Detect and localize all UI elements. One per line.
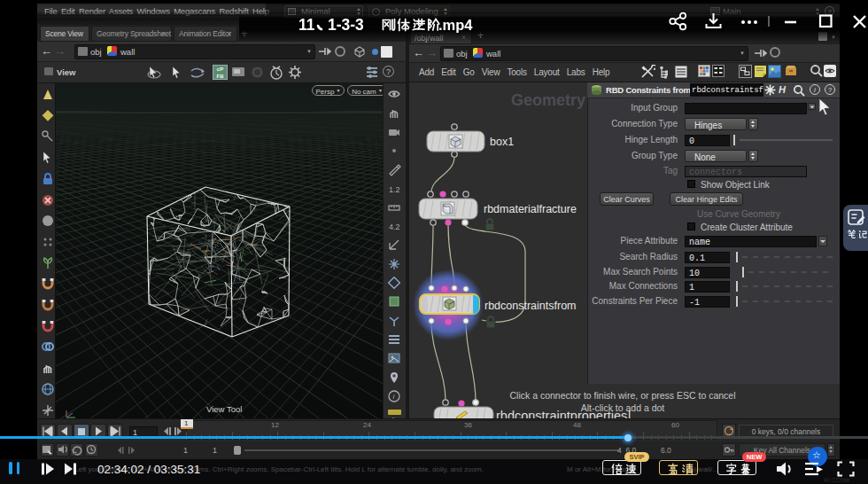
- svg-text:1-3-3: 1-3-3: [328, 16, 364, 34]
- svg-text:1.2: 1.2: [389, 185, 400, 194]
- svg-text:i: i: [393, 393, 395, 401]
- svg-text:.mp4: .mp4: [438, 17, 473, 33]
- svg-text:4.2: 4.2: [389, 222, 400, 231]
- svg-text:11: 11: [298, 16, 315, 34]
